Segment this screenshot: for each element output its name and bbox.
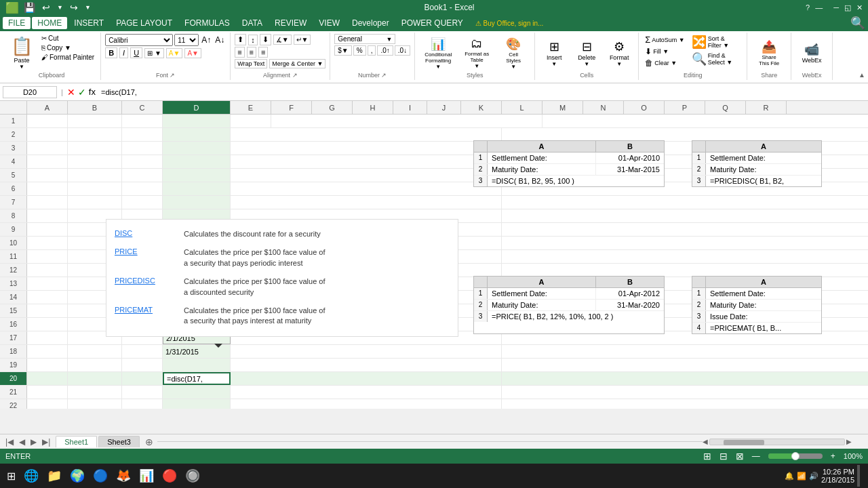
help-icon[interactable]: ? [806, 3, 810, 12]
cell-D21[interactable] [163, 386, 231, 399]
cell-C2[interactable] [122, 128, 163, 141]
menu-insert[interactable]: INSERT [68, 17, 109, 29]
price-cell-a1[interactable]: Settlement Date: [488, 288, 596, 299]
sheet-nav-last[interactable]: ▶| [39, 436, 53, 447]
cell-C5[interactable] [122, 169, 163, 182]
cell-A21[interactable] [27, 386, 68, 399]
taskbar-network-icon[interactable]: 📶 [797, 472, 806, 481]
increase-decimal-button[interactable]: .0↑ [377, 45, 393, 56]
cell-B4[interactable] [68, 155, 122, 168]
row-num-15[interactable]: 15 [0, 304, 27, 317]
cell-C21[interactable] [122, 386, 163, 399]
italic-button[interactable]: I [119, 47, 128, 58]
font-size-select[interactable]: 11 [174, 34, 199, 46]
cell-C19[interactable] [122, 359, 163, 371]
row-num-11[interactable]: 11 [0, 250, 27, 263]
cell-C20[interactable] [122, 372, 163, 385]
price-cell-b2[interactable]: 31-Mar-2020 [596, 300, 664, 310]
menu-page-layout[interactable]: PAGE LAYOUT [111, 17, 178, 29]
price-cell-a3[interactable]: =PRICE( B1, B2, 12%, 10%, 100, 2 ) [488, 311, 664, 322]
cell-D3[interactable] [163, 142, 231, 155]
sheet-nav-first[interactable]: |◀ [3, 436, 16, 447]
font-dialog-icon[interactable]: ↗ [170, 72, 175, 79]
pricemat-cell-a2[interactable]: Maturity Date: [706, 300, 821, 310]
insert-function-button[interactable]: fx [89, 87, 96, 97]
cell-wide-20[interactable] [231, 372, 502, 385]
save-icon[interactable]: 💾 [22, 1, 37, 14]
view-page-layout-icon[interactable]: ⊟ [719, 451, 728, 462]
pricemat-link[interactable]: PRICEMAT [115, 306, 176, 327]
cell-A15[interactable] [27, 304, 68, 317]
disc-cell-a2[interactable]: Maturity Date: [488, 164, 596, 175]
menu-view[interactable]: VIEW [313, 17, 345, 29]
pricedisc-cell-a3[interactable]: =PRICEDISC( B1, B2, [706, 176, 821, 186]
number-dialog-icon[interactable]: ↗ [381, 72, 387, 79]
row-num-18[interactable]: 18 [0, 345, 27, 358]
cell-D4[interactable] [163, 155, 231, 168]
row-num-10[interactable]: 10 [0, 237, 27, 249]
insert-cells-button[interactable]: ⊞ Insert ▼ [539, 34, 569, 72]
taskbar-firefox[interactable]: 🦊 [112, 465, 135, 487]
cell-C6[interactable] [122, 182, 163, 195]
formula-input-field[interactable] [98, 87, 865, 98]
view-page-break-icon[interactable]: ⊠ [736, 451, 744, 462]
clear-button[interactable]: 🗑 Clear ▼ [643, 58, 686, 68]
percent-button[interactable]: % [353, 45, 366, 56]
cell-D6[interactable] [163, 182, 231, 195]
col-header-A[interactable]: A [27, 101, 68, 114]
cell-A18[interactable] [27, 345, 68, 358]
cell-wide-6[interactable] [231, 182, 502, 195]
col-header-D[interactable]: D [163, 101, 231, 114]
cell-C22[interactable] [122, 399, 163, 409]
taskbar-show-desktop-button[interactable] [857, 465, 860, 487]
price-cell-a2[interactable]: Maturity Date: [488, 300, 596, 310]
cell-A10[interactable] [27, 237, 68, 249]
menu-home[interactable]: HOME [32, 17, 67, 29]
row-num-22[interactable]: 22 [0, 399, 27, 409]
cell-wide-7[interactable] [231, 196, 502, 209]
cell-A19[interactable] [27, 359, 68, 371]
sheet-nav-prev[interactable]: ◀ [16, 436, 28, 447]
text-angle-button[interactable]: ∡▼ [273, 35, 292, 45]
cell-B6[interactable] [68, 182, 122, 195]
cell-B20[interactable] [68, 372, 122, 385]
number-format-select[interactable]: General ▼ [334, 34, 395, 44]
col-header-G[interactable]: G [312, 101, 353, 114]
disc-link[interactable]: DISC [115, 229, 176, 239]
cell-A1[interactable] [27, 115, 68, 127]
cell-reference-box[interactable] [3, 86, 57, 98]
cell-A17[interactable] [27, 331, 68, 344]
col-header-E[interactable]: E [231, 101, 271, 114]
start-button[interactable]: ⊞ [3, 465, 20, 487]
taskbar-app2[interactable]: 🔘 [181, 465, 204, 487]
restore-icon[interactable]: ◱ [844, 3, 851, 12]
cell-wide-22[interactable] [231, 399, 502, 409]
increase-font-size-button[interactable]: A↑ [200, 35, 212, 45]
col-header-B[interactable]: B [68, 101, 122, 114]
cell-B2[interactable] [68, 128, 122, 141]
cell-styles-button[interactable]: 🎨 CellStyles ▼ [496, 34, 530, 72]
align-left-button[interactable]: ≡ [235, 47, 244, 58]
disc-cell-b2[interactable]: 31-Mar-2015 [596, 164, 664, 175]
paste-button[interactable]: 📋 Paste ▼ [7, 34, 37, 72]
pricedisc-cell-a1[interactable]: Settlement Date: [706, 152, 821, 163]
row-num-12[interactable]: 12 [0, 264, 27, 277]
decrease-decimal-button[interactable]: .0↓ [395, 45, 410, 56]
col-header-J[interactable]: J [427, 101, 461, 114]
row-num-20[interactable]: 20 [0, 372, 27, 385]
pricedisc-cell-a2[interactable]: Maturity Date: [706, 164, 821, 175]
taskbar-folder[interactable]: 📁 [43, 465, 66, 487]
pricedisc-link[interactable]: PRICEDISC [115, 277, 176, 298]
taskbar-clock[interactable]: 10:26 PM 2/18/2015 [821, 468, 854, 484]
cut-button[interactable]: ✂Cut [39, 34, 96, 43]
cell-A2[interactable] [27, 128, 68, 141]
cell-C3[interactable] [122, 142, 163, 155]
col-header-O[interactable]: O [624, 101, 665, 114]
cell-A6[interactable] [27, 182, 68, 195]
taskbar-chrome[interactable]: 🔵 [89, 465, 112, 487]
row-num-21[interactable]: 21 [0, 386, 27, 399]
cell-A16[interactable] [27, 318, 68, 331]
alignment-dialog-icon[interactable]: ↗ [292, 72, 298, 79]
price-link[interactable]: PRICE [115, 247, 176, 268]
border-button[interactable]: ⊞ ▼ [144, 48, 164, 58]
